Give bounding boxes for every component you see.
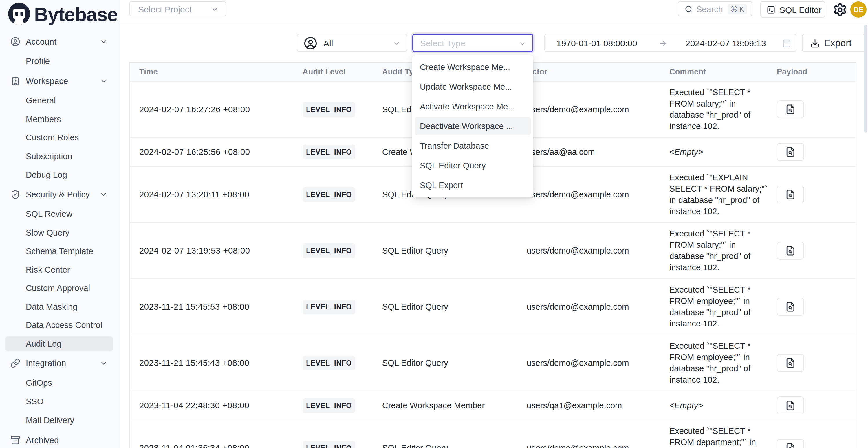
svg-text:Bytebase: Bytebase <box>34 3 118 25</box>
